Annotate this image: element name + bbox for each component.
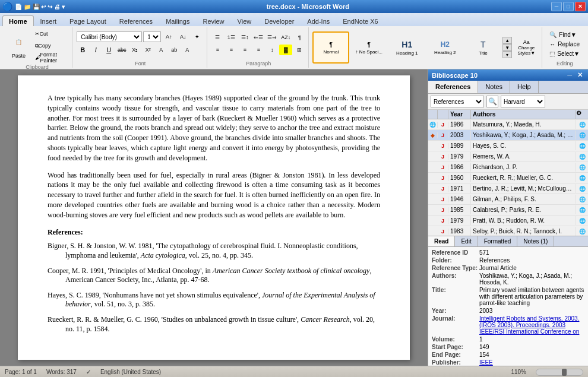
ref-row-9[interactable]: J 1979 Pratt, W. B.; Ruddon, R. W. 🌐 [428, 216, 588, 226]
decrease-indent-button[interactable]: ⇐☰ [252, 32, 265, 43]
styles-scroll-up[interactable]: ▲ [502, 37, 512, 44]
status-language[interactable]: English (United States) [100, 369, 161, 375]
bold-button[interactable]: B [77, 45, 88, 55]
para-controls: ☰ 1☰ ☰↕ ⇐☰ ☰⇒ AZ↓ ¶ ≡ ≡ ≡ ≡ ↕ ▓ ⊞ [211, 28, 306, 59]
copy-button[interactable]: ⧉ Copy [33, 40, 69, 51]
align-left-button[interactable]: ≡ [211, 45, 224, 55]
change-styles-icon: Aa [523, 39, 530, 45]
tab-view[interactable]: View [231, 15, 258, 26]
style-select[interactable]: Harvard [501, 96, 545, 107]
style-heading1[interactable]: H1 Heading 1 [388, 31, 425, 64]
sidebar-tab-notes[interactable]: Notes [478, 81, 510, 93]
sidebar-close-btn[interactable]: ✕ [576, 71, 584, 79]
cut-button[interactable]: ✂ Cut [33, 28, 69, 39]
borders-button[interactable]: ⊞ [293, 45, 306, 55]
maximize-button[interactable]: □ [563, 2, 574, 11]
numbering-button[interactable]: 1☰ [225, 32, 238, 43]
highlight-button[interactable]: ab [168, 45, 180, 55]
detail-tab-read[interactable]: Read [428, 236, 455, 246]
sidebar-minimize-btn[interactable]: ─ [565, 71, 574, 79]
grow-font-button[interactable]: A↑ [162, 31, 175, 42]
ref-row-2[interactable]: J 1989 Hayes, S. C. 🌐 [428, 141, 588, 151]
close-button[interactable]: ✕ [575, 2, 586, 11]
shading-button[interactable]: ▓ [279, 45, 292, 55]
ref-row-1[interactable]: ◆ J 2003 Yoshikawa, Y.; Koga, J.; Asada,… [428, 130, 588, 141]
find-button[interactable]: 🔍 Find▼ [546, 30, 583, 39]
multilevel-button[interactable]: ☰↕ [238, 32, 251, 43]
tab-developer[interactable]: Developer [258, 15, 301, 26]
clear-format-button[interactable]: ✦ [191, 31, 204, 42]
align-right-button[interactable]: ≡ [238, 45, 251, 55]
style-normal[interactable]: ¶ Normal [312, 31, 349, 64]
superscript-button[interactable]: X² [142, 45, 154, 55]
sidebar-tab-help[interactable]: Help [510, 81, 539, 93]
ref-row-6[interactable]: J 1971 Bertino, J. R.; Levitt, M.; McCul… [428, 183, 588, 194]
ref-row-3[interactable]: J 1979 Remers, W. A. 🌐 [428, 151, 588, 162]
font-color-button[interactable]: A [155, 45, 167, 55]
font-name-select[interactable]: Calibri (Body) [77, 31, 142, 42]
detail-journal-value[interactable]: Intelligent Robots and Systems, 2003.(IR… [479, 315, 584, 335]
italic-button[interactable]: I [90, 45, 102, 55]
font-size-select[interactable]: 10 [143, 31, 161, 42]
paste-button[interactable]: 📋 Paste [6, 30, 32, 61]
styles-scroll-down[interactable]: ▼ [502, 44, 512, 51]
detail-tab-formatted[interactable]: Formatted [478, 236, 518, 246]
align-center-button[interactable]: ≡ [225, 45, 238, 55]
line-spacing-button[interactable]: ↕ [265, 45, 279, 55]
justify-button[interactable]: ≡ [252, 45, 265, 55]
editing-controls: 🔍 Find▼ ↔ Replace ⬚ Select▼ [546, 28, 583, 59]
tab-page-layout[interactable]: Page Layout [63, 15, 113, 26]
tab-mailings[interactable]: Mailings [159, 15, 196, 26]
text-effects-button[interactable]: A [181, 45, 193, 55]
search-button[interactable]: 🔍 [486, 96, 498, 107]
detail-folder-label: Folder: [432, 257, 479, 264]
style-no-spacing[interactable]: ¶ ↑ No Spaci... [350, 31, 387, 64]
clipboard-group: 📋 Paste ✂ Cut ⧉ Copy 🖌 Format Painter Cl… [2, 27, 72, 68]
shrink-font-button[interactable]: A↓ [176, 31, 189, 42]
ref-row-7[interactable]: J 1946 Gilman, A.; Philips, F. S. 🌐 [428, 194, 588, 205]
ref-row-2-year: 1989 [448, 141, 471, 150]
ref-row-3-action: 🌐 [576, 154, 588, 160]
detail-volume-value: 1 [479, 336, 584, 343]
sort-button[interactable]: AZ↓ [279, 32, 292, 43]
document[interactable]: A tree typically has many secondary bran… [18, 75, 410, 360]
detail-year-row: Year: 2003 [432, 308, 584, 314]
ref-row-0[interactable]: 🌐 J 1986 Matsumura, Y.; Maeda, H. 🌐 [428, 119, 588, 130]
subscript-button[interactable]: X₂ [129, 45, 141, 55]
underline-button[interactable]: U [103, 45, 115, 55]
bullets-button[interactable]: ☰ [211, 32, 224, 43]
ref-row-5[interactable]: J 1960 Rueckert, R. R.; Mueller, G. C. 🌐 [428, 173, 588, 183]
replace-button[interactable]: ↔ Replace [546, 39, 583, 49]
increase-indent-button[interactable]: ☰⇒ [265, 32, 279, 43]
strikethrough-button[interactable]: abc [116, 45, 128, 55]
detail-publisher-value[interactable]: IEEE [479, 359, 584, 366]
sidebar-tab-references[interactable]: References [428, 81, 478, 93]
tab-add-ins[interactable]: Add-Ins [301, 15, 336, 26]
ref-row-4[interactable]: J 1966 Richardson, J. P. 🌐 [428, 162, 588, 173]
tab-references[interactable]: References [113, 15, 159, 26]
zoom-slider[interactable] [536, 369, 583, 376]
references-filter-select[interactable]: References [431, 96, 484, 107]
tab-insert[interactable]: Insert [34, 15, 64, 26]
detail-tab-notes[interactable]: Notes (1) [517, 236, 554, 246]
ref-row-8[interactable]: J 1985 Calabresi, P.; Parks, R. E. 🌐 [428, 205, 588, 216]
editing-label: Editing [546, 61, 583, 66]
styles-more[interactable]: ▾ [502, 51, 512, 58]
minimize-button[interactable]: ─ [551, 2, 562, 11]
detail-tab-edit[interactable]: Edit [455, 236, 478, 246]
change-styles-button[interactable]: Aa Change Styles▼ [513, 31, 539, 64]
style-heading2[interactable]: H2 Heading 2 [426, 31, 463, 64]
title-bar-controls[interactable]: ─ □ ✕ [551, 2, 586, 11]
tab-review[interactable]: Review [196, 15, 230, 26]
tab-home[interactable]: Home [2, 15, 34, 26]
sidebar-title-controls[interactable]: ─ ✕ [565, 71, 584, 79]
ref-row-0-authors: Matsumura, Y.; Maeda, H. [471, 120, 576, 129]
ref-row-10[interactable]: J 1983 Selby, P.; Buick, R. N.; Tannock,… [428, 226, 588, 236]
select-button[interactable]: ⬚ Select▼ [546, 49, 583, 58]
paragraph-1: A tree typically has many secondary bran… [48, 93, 380, 163]
tab-endnote[interactable]: EndNote X6 [336, 15, 384, 26]
style-title[interactable]: T Title [464, 31, 501, 64]
show-formatting-button[interactable]: ¶ [293, 32, 306, 43]
ref-row-1-year: 2003 [448, 131, 471, 140]
format-painter-button[interactable]: 🖌 Format Painter [33, 52, 69, 63]
